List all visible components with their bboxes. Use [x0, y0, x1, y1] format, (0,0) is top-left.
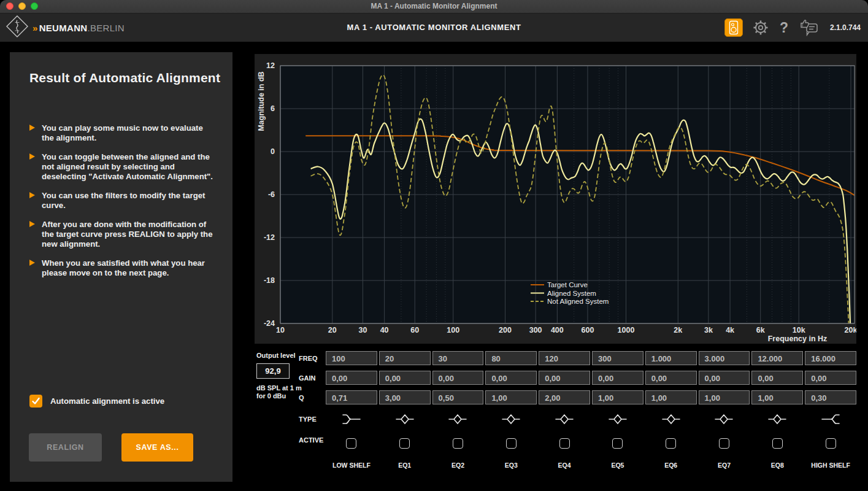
bullet-text: You can play some music now to evaluate … — [42, 123, 215, 143]
eq-band-3-freq-input[interactable]: 80 — [485, 351, 537, 365]
eq-band-9-freq-input[interactable]: 16.000 — [805, 351, 856, 365]
eq-band-8-type[interactable] — [751, 410, 803, 428]
eq-band-4-active-checkbox[interactable] — [559, 438, 570, 449]
eq-band-0-freq-input[interactable]: 100 — [326, 351, 377, 365]
eq-band-3-label: EQ3 — [485, 458, 537, 471]
monitor-setup-button[interactable] — [724, 18, 743, 37]
eq-band-0-active-cell — [326, 434, 377, 452]
eq-band-1-label: EQ1 — [379, 458, 431, 471]
version-label: 2.1.0.744 — [830, 23, 861, 32]
eq-band-6-active-checkbox[interactable] — [666, 438, 676, 449]
bell-filter-icon — [396, 413, 414, 425]
eq-band-7-freq-input[interactable]: 3.000 — [699, 351, 750, 365]
eq-band-8-gain-input[interactable]: 0,00 — [751, 371, 803, 385]
svg-text:Aligned System: Aligned System — [547, 290, 596, 297]
main-area: 1260-6-12-18-241020304060100200300400600… — [255, 54, 856, 491]
eq-band-8-active-cell — [751, 434, 803, 452]
eq-band-4-type[interactable] — [539, 410, 590, 428]
bullet-arrow-icon — [29, 192, 35, 198]
eq-band-9-active-checkbox[interactable] — [826, 438, 836, 449]
bullet-text: You can toggle between the aligned and t… — [42, 152, 215, 182]
eq-band-7-active-cell — [699, 434, 750, 452]
eq-band-8-q-input[interactable]: 1,00 — [751, 390, 803, 404]
eq-band-5-freq-input[interactable]: 300 — [592, 351, 643, 365]
eq-band-6-gain-input[interactable]: 0,00 — [645, 371, 697, 385]
eq-band-8-active-checkbox[interactable] — [772, 438, 783, 449]
app-window: MA 1 - Automatic Monitor Alignment »NEUM… — [0, 0, 868, 491]
eq-band-0-q-input[interactable]: 0,71 — [326, 390, 377, 404]
eq-band-3-type[interactable] — [485, 410, 537, 428]
eq-band-9-type[interactable] — [805, 410, 856, 428]
eq-band-5-q-input[interactable]: 1,00 — [592, 390, 643, 404]
automatic-alignment-checkbox[interactable] — [29, 395, 42, 408]
svg-text:1000: 1000 — [618, 326, 635, 334]
bullet-text: You can use the filters to modify the ta… — [42, 191, 215, 211]
eq-band-7-active-checkbox[interactable] — [719, 438, 729, 449]
svg-text:10k: 10k — [793, 326, 805, 334]
eq-band-2-type[interactable] — [432, 410, 484, 428]
bell-filter-icon — [768, 413, 786, 425]
bell-filter-icon — [502, 413, 520, 425]
svg-text:-6: -6 — [268, 190, 275, 199]
eq-band-7-gain-input[interactable]: 0,00 — [699, 371, 750, 385]
svg-text:Target Curve: Target Curve — [547, 281, 588, 288]
save-as-button[interactable]: SAVE AS... — [121, 433, 193, 462]
eq-band-grid: 1002030801203001.0003.00012.00016.0000,0… — [326, 351, 856, 471]
eq-band-0-gain-input[interactable]: 0,00 — [326, 371, 377, 385]
bullet-item: After you are done with the modification… — [29, 220, 215, 249]
eq-band-5-active-cell — [592, 434, 643, 452]
eq-band-5-active-checkbox[interactable] — [612, 438, 623, 449]
eq-band-1-freq-input[interactable]: 20 — [379, 351, 431, 365]
eq-band-4-freq-input[interactable]: 120 — [539, 351, 590, 365]
settings-button[interactable] — [753, 20, 769, 36]
realign-button[interactable]: REALIGN — [29, 433, 102, 462]
eq-band-8-label: EQ8 — [751, 458, 803, 471]
help-button[interactable]: ? — [778, 21, 789, 35]
eq-band-6-type[interactable] — [645, 410, 697, 428]
checkmark-icon — [31, 397, 40, 405]
eq-band-1-gain-input[interactable]: 0,00 — [379, 371, 431, 385]
eq-band-2-active-checkbox[interactable] — [453, 438, 463, 449]
titlebar: MA 1 - Automatic Monitor Alignment — [0, 0, 868, 14]
eq-band-3-gain-input[interactable]: 0,00 — [485, 371, 537, 385]
eq-band-9-q-input[interactable]: 0,30 — [805, 390, 856, 404]
eq-band-7-type[interactable] — [699, 410, 750, 428]
eq-band-2-q-input[interactable]: 0,50 — [432, 390, 484, 404]
type-row-label: TYPE — [299, 416, 317, 423]
svg-text:200: 200 — [499, 326, 512, 334]
automatic-alignment-toggle-row: Automatic alignment is active — [29, 395, 164, 408]
output-level-input[interactable]: 92,9 — [256, 363, 290, 379]
eq-band-4-label: EQ4 — [539, 458, 590, 471]
eq-band-5-gain-input[interactable]: 0,00 — [592, 371, 643, 385]
svg-text:-18: -18 — [264, 276, 275, 285]
eq-band-7-q-input[interactable]: 1,00 — [699, 390, 750, 404]
eq-band-4-gain-input[interactable]: 0,00 — [539, 371, 590, 385]
svg-text:Not Aligned System: Not Aligned System — [547, 298, 609, 305]
svg-text:60: 60 — [410, 326, 419, 334]
svg-text:400: 400 — [551, 326, 564, 334]
eq-band-4-q-input[interactable]: 2,00 — [539, 390, 590, 404]
eq-band-1-q-input[interactable]: 3,00 — [379, 390, 431, 404]
eq-band-0-type[interactable] — [326, 410, 377, 428]
eq-band-6-freq-input[interactable]: 1.000 — [645, 351, 697, 365]
eq-band-7-label: EQ7 — [699, 458, 750, 471]
eq-band-0-active-checkbox[interactable] — [346, 438, 356, 449]
eq-band-8-freq-input[interactable]: 12.000 — [751, 351, 803, 365]
svg-text:100: 100 — [447, 326, 459, 334]
eq-band-2-freq-input[interactable]: 30 — [432, 351, 484, 365]
feedback-button[interactable] — [799, 19, 819, 36]
eq-band-1-type[interactable] — [379, 410, 431, 428]
eq-band-3-q-input[interactable]: 1,00 — [485, 390, 537, 404]
bullet-item: You can use the filters to modify the ta… — [29, 191, 215, 211]
svg-text:600: 600 — [582, 326, 594, 334]
eq-band-4-active-cell — [539, 434, 590, 452]
eq-band-3-active-checkbox[interactable] — [506, 438, 517, 449]
eq-band-2-gain-input[interactable]: 0,00 — [432, 371, 484, 385]
eq-band-9-gain-input[interactable]: 0,00 — [805, 371, 856, 385]
low-shelf-filter-icon — [342, 413, 361, 425]
eq-band-6-q-input[interactable]: 1,00 — [645, 390, 697, 404]
eq-band-1-active-checkbox[interactable] — [399, 438, 410, 449]
svg-text:3k: 3k — [704, 326, 713, 334]
bullet-text: When you are satisfied with what you hea… — [42, 258, 215, 278]
eq-band-5-type[interactable] — [592, 410, 643, 428]
